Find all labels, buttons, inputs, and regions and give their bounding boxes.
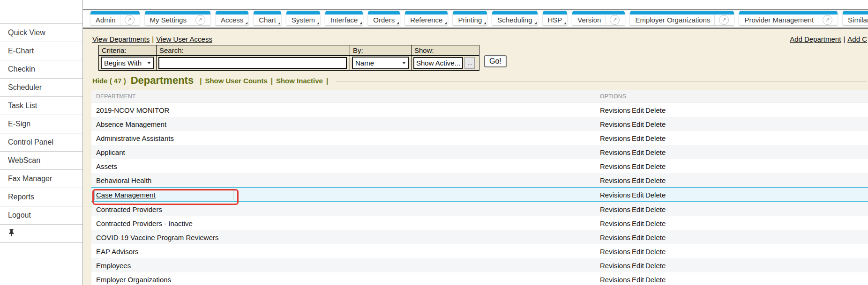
revisions-link[interactable]: Revisions <box>600 276 630 284</box>
department-name[interactable]: Administrative Assistants <box>91 134 600 142</box>
sidebar-item-e-chart[interactable]: E-Chart <box>0 42 82 60</box>
delete-link[interactable]: Delete <box>645 106 666 114</box>
delete-link[interactable]: Delete <box>645 276 666 284</box>
table-row[interactable]: Absence Management RevisionsEditDelete <box>91 117 868 131</box>
revisions-link[interactable]: Revisions <box>600 134 630 142</box>
tab-similar-exposure-groups-segs[interactable]: Similar Exposure Groups (SEGs) ↗ <box>843 11 868 25</box>
tab-admin[interactable]: Admin ↗ <box>90 11 140 25</box>
department-name[interactable]: Assets <box>91 162 600 170</box>
sidebar-item-fax-manager[interactable]: Fax Manager <box>0 170 82 188</box>
revisions-link[interactable]: Revisions <box>600 248 630 256</box>
edit-link[interactable]: Edit <box>632 191 644 199</box>
revisions-link[interactable]: Revisions <box>600 219 630 227</box>
tab-hsp[interactable]: HSP <box>543 11 568 25</box>
sidebar-item-control-panel[interactable]: Control Panel <box>0 133 82 152</box>
open-in-new-window-icon[interactable]: ↗ <box>191 15 205 25</box>
edit-link[interactable]: Edit <box>632 162 644 170</box>
tab-interface[interactable]: Interface <box>325 11 363 25</box>
tab-access[interactable]: Access <box>216 11 248 25</box>
edit-link[interactable]: Edit <box>632 248 644 256</box>
department-name[interactable]: Employer Organizations <box>91 276 600 284</box>
delete-link[interactable]: Delete <box>645 234 666 241</box>
sidebar-item-checkin[interactable]: Checkin <box>0 60 82 79</box>
revisions-link[interactable]: Revisions <box>600 205 630 213</box>
go-button[interactable]: Go! <box>484 55 507 67</box>
delete-link[interactable]: Delete <box>645 148 666 156</box>
department-name[interactable]: Contracted Providers <box>91 205 600 213</box>
edit-link[interactable]: Edit <box>632 205 644 213</box>
view-departments-link[interactable]: View Departments <box>92 35 150 43</box>
edit-link[interactable]: Edit <box>632 219 644 227</box>
show-inactive-link[interactable]: Show Inactive <box>276 77 323 85</box>
tab-chart[interactable]: Chart <box>254 11 281 25</box>
open-in-new-window-icon[interactable]: ↗ <box>714 15 729 25</box>
delete-link[interactable]: Delete <box>645 219 666 227</box>
tab-reference[interactable]: Reference <box>405 11 448 25</box>
show-filter-value[interactable]: Show Active... <box>413 57 463 69</box>
table-row[interactable]: Contracted Providers RevisionsEditDelete <box>91 202 868 216</box>
edit-link[interactable]: Edit <box>632 134 644 142</box>
sidebar-item-webscan[interactable]: WebScan <box>0 152 82 170</box>
table-row[interactable]: Behavioral Health RevisionsEditDelete <box>91 173 868 187</box>
department-name[interactable]: Behavioral Health <box>91 176 600 184</box>
show-user-counts-link[interactable]: Show User Counts <box>205 77 267 85</box>
edit-link[interactable]: Edit <box>632 234 644 241</box>
tab-scheduling[interactable]: Scheduling <box>492 11 537 25</box>
edit-link[interactable]: Edit <box>632 276 644 284</box>
table-row[interactable]: Employees RevisionsEditDelete <box>91 258 868 272</box>
tab-employer-organizations[interactable]: Employer Organizations ↗ <box>630 11 734 25</box>
delete-link[interactable]: Delete <box>645 176 666 184</box>
revisions-link[interactable]: Revisions <box>600 262 630 270</box>
sidebar-item-task-list[interactable]: Task List <box>0 97 82 115</box>
table-row[interactable]: 2019-NCOV MONITOR RevisionsEditDelete <box>91 103 868 117</box>
department-name[interactable]: Applicant <box>91 148 600 156</box>
revisions-link[interactable]: Revisions <box>600 162 630 170</box>
open-in-new-window-icon[interactable]: ↗ <box>818 15 832 25</box>
revisions-link[interactable]: Revisions <box>600 191 630 199</box>
criteria-select[interactable]: Begins With <box>101 57 154 69</box>
table-row[interactable]: Applicant RevisionsEditDelete <box>91 145 868 159</box>
delete-link[interactable]: Delete <box>645 191 666 199</box>
edit-link[interactable]: Edit <box>632 120 644 128</box>
by-select[interactable]: Name <box>352 57 409 69</box>
revisions-link[interactable]: Revisions <box>600 176 630 184</box>
open-in-new-window-icon[interactable]: ↗ <box>120 15 135 25</box>
edit-link[interactable]: Edit <box>632 176 644 184</box>
tab-version[interactable]: Version ↗ <box>572 11 625 25</box>
sidebar-pin-button[interactable] <box>0 225 82 243</box>
sidebar-item-logout[interactable]: Logout <box>0 206 82 225</box>
add-department-link[interactable]: Add Department <box>790 35 841 43</box>
hide-count-link[interactable]: Hide ( 47 ) <box>92 77 126 85</box>
show-filter-more-button[interactable]: ... <box>464 57 475 69</box>
delete-link[interactable]: Delete <box>645 262 666 270</box>
department-name[interactable]: EAP Advisors <box>91 248 600 256</box>
table-row[interactable]: Contracted Providers - Inactive Revision… <box>91 216 868 230</box>
search-input[interactable] <box>158 57 347 69</box>
delete-link[interactable]: Delete <box>645 162 666 170</box>
add-more-link[interactable]: Add C <box>847 35 867 43</box>
table-row[interactable]: COVID-19 Vaccine Program Reviewers Revis… <box>91 230 868 244</box>
edit-link[interactable]: Edit <box>632 262 644 270</box>
revisions-link[interactable]: Revisions <box>600 106 630 114</box>
department-name[interactable]: COVID-19 Vaccine Program Reviewers <box>91 234 600 241</box>
tab-my-settings[interactable]: My Settings ↗ <box>145 11 210 25</box>
revisions-link[interactable]: Revisions <box>600 120 630 128</box>
table-row[interactable]: Case Management RevisionsEditDelete <box>91 187 868 202</box>
department-name[interactable]: Case Management <box>91 190 600 200</box>
open-in-new-window-icon[interactable]: ↗ <box>605 15 620 25</box>
delete-link[interactable]: Delete <box>645 134 666 142</box>
department-name[interactable]: Employees <box>91 262 600 270</box>
sidebar-item-scheduler[interactable]: Scheduler <box>0 79 82 97</box>
table-row[interactable]: Administrative Assistants RevisionsEditD… <box>91 131 868 145</box>
table-row[interactable]: Employer Organizations RevisionsEditDele… <box>91 272 868 285</box>
delete-link[interactable]: Delete <box>645 120 666 128</box>
department-name[interactable]: Absence Management <box>91 120 600 128</box>
table-row[interactable]: Assets RevisionsEditDelete <box>91 159 868 173</box>
delete-link[interactable]: Delete <box>645 248 666 256</box>
sidebar-item-e-sign[interactable]: E-Sign <box>0 115 82 133</box>
tab-orders[interactable]: Orders <box>368 11 400 25</box>
table-row[interactable]: EAP Advisors RevisionsEditDelete <box>91 244 868 258</box>
sidebar-item-quick-view[interactable]: Quick View <box>0 24 82 42</box>
edit-link[interactable]: Edit <box>632 148 644 156</box>
revisions-link[interactable]: Revisions <box>600 234 630 241</box>
